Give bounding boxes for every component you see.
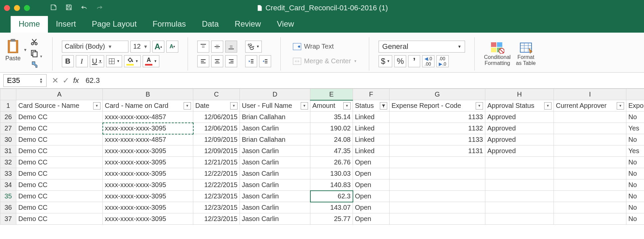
cell-F32[interactable]: Open [353, 157, 390, 168]
cell-B34[interactable]: xxxx-xxxx-xxxx-3095 [103, 179, 193, 191]
cell-G32[interactable] [390, 157, 485, 168]
tab-formulas[interactable]: Formulas [145, 15, 194, 33]
cell-E26[interactable]: 35.14 [310, 112, 353, 123]
cell-H34[interactable] [485, 179, 554, 191]
header-cell-G[interactable]: Expense Report - Code▼ [390, 100, 485, 112]
cell-E35[interactable]: 62.3 [310, 191, 353, 202]
cell-I31[interactable] [554, 145, 626, 157]
cell-H35[interactable] [485, 191, 554, 202]
row-header-35[interactable]: 35 [0, 191, 16, 202]
comma-button[interactable]: ’ [408, 55, 420, 67]
cell-J31[interactable]: Yes [626, 145, 644, 157]
cell-D30[interactable]: Brian Callahan [240, 134, 310, 145]
cell-D36[interactable]: Jason Carlin [240, 202, 310, 213]
cell-H26[interactable]: Approved [485, 112, 554, 123]
header-cell-E[interactable]: Amount▼ [310, 100, 353, 112]
align-center-button[interactable] [211, 55, 223, 67]
spreadsheet-grid[interactable]: ABCDEFGHIJ1Card Source - Name▼Card - Nam… [0, 89, 644, 225]
column-header-C[interactable]: C [193, 89, 240, 100]
cell-C31[interactable]: 12/09/2015 [193, 145, 240, 157]
cell-A34[interactable]: Demo CC [16, 179, 103, 191]
column-header-F[interactable]: F [353, 89, 390, 100]
column-header-H[interactable]: H [485, 89, 554, 100]
cell-A26[interactable]: Demo CC [16, 112, 103, 123]
cell-E32[interactable]: 26.76 [310, 157, 353, 168]
cell-J36[interactable]: No [626, 202, 644, 213]
row-header-34[interactable]: 34 [0, 179, 16, 191]
formula-input[interactable] [83, 74, 644, 87]
tab-page-layout[interactable]: Page Layout [84, 15, 145, 33]
paste-button[interactable]: Paste [5, 38, 21, 62]
header-cell-D[interactable]: User - Full Name▼ [240, 100, 310, 112]
filter-button-I[interactable]: ▼ [617, 102, 624, 110]
row-header-27[interactable]: 27 [0, 123, 16, 134]
row-header-26[interactable]: 26 [0, 112, 16, 123]
copy-icon[interactable]: ▼ [30, 49, 43, 59]
cell-I37[interactable] [554, 213, 626, 225]
tab-data[interactable]: Data [194, 15, 227, 33]
cell-B37[interactable]: xxxx-xxxx-xxxx-3095 [103, 213, 193, 225]
cell-D35[interactable]: Jason Carlin [240, 191, 310, 202]
cell-A37[interactable]: Demo CC [16, 213, 103, 225]
tab-review[interactable]: Review [227, 15, 269, 33]
cell-B30[interactable]: xxxx-xxxx-xxxx-4857 [103, 134, 193, 145]
cell-G26[interactable]: 1133 [390, 112, 485, 123]
cell-E34[interactable]: 140.83 [310, 179, 353, 191]
border-button[interactable]: ▼ [106, 55, 122, 67]
cell-A32[interactable]: Demo CC [16, 157, 103, 168]
cell-G31[interactable]: 1131 [390, 145, 485, 157]
undo-icon[interactable] [80, 4, 88, 12]
cell-A36[interactable]: Demo CC [16, 202, 103, 213]
conditional-formatting-button[interactable]: Conditional Formatting [484, 42, 511, 66]
cell-F36[interactable]: Open [353, 202, 390, 213]
font-size-combo[interactable]: 12▼ [130, 41, 150, 53]
increase-indent-button[interactable] [259, 55, 271, 67]
cell-B35[interactable]: xxxx-xxxx-xxxx-3095 [103, 191, 193, 202]
cell-H31[interactable]: Approved [485, 145, 554, 157]
cell-C37[interactable]: 12/23/2015 [193, 213, 240, 225]
column-header-J[interactable]: J [626, 89, 644, 100]
filter-button-H[interactable]: ▼ [544, 102, 552, 110]
cell-G30[interactable]: 1133 [390, 134, 485, 145]
tab-view[interactable]: View [269, 15, 302, 33]
cell-E33[interactable]: 130.03 [310, 168, 353, 179]
tab-home[interactable]: Home [11, 15, 48, 33]
cell-E36[interactable]: 143.07 [310, 202, 353, 213]
cell-F27[interactable]: Linked [353, 123, 390, 134]
cell-E30[interactable]: 24.08 [310, 134, 353, 145]
cell-F31[interactable]: Linked [353, 145, 390, 157]
cell-I32[interactable] [554, 157, 626, 168]
filter-button-F[interactable] [380, 102, 387, 110]
cell-F26[interactable]: Linked [353, 112, 390, 123]
row-header-33[interactable]: 33 [0, 168, 16, 179]
header-cell-C[interactable]: Date▼ [193, 100, 240, 112]
filter-button-C[interactable]: ▼ [230, 102, 238, 110]
header-cell-F[interactable]: Status [353, 100, 390, 112]
cell-D27[interactable]: Jason Carlin [240, 123, 310, 134]
align-middle-button[interactable] [211, 41, 223, 53]
column-header-B[interactable]: B [103, 89, 193, 100]
cell-I33[interactable] [554, 168, 626, 179]
cell-E37[interactable]: 25.77 [310, 213, 353, 225]
format-as-table-button[interactable]: Format as Table [516, 42, 536, 66]
cell-G36[interactable] [390, 202, 485, 213]
cell-C33[interactable]: 12/22/2015 [193, 168, 240, 179]
filter-button-G[interactable]: ▼ [476, 102, 483, 110]
cell-F34[interactable]: Open [353, 179, 390, 191]
cell-D37[interactable]: Jason Carlin [240, 213, 310, 225]
open-icon[interactable] [50, 4, 57, 12]
cell-F30[interactable]: Linked [353, 134, 390, 145]
cell-C30[interactable]: 12/09/2015 [193, 134, 240, 145]
italic-button[interactable]: I [76, 55, 88, 67]
cell-B31[interactable]: xxxx-xxxx-xxxx-3095 [103, 145, 193, 157]
decrease-indent-button[interactable] [245, 55, 257, 67]
cell-H37[interactable] [485, 213, 554, 225]
column-header-E[interactable]: E [310, 89, 353, 100]
cell-C34[interactable]: 12/22/2015 [193, 179, 240, 191]
decrease-decimal-button[interactable]: .00▶.0 [436, 55, 449, 67]
cell-I34[interactable] [554, 179, 626, 191]
wrap-text-button[interactable]: Wrap Text [290, 41, 360, 53]
cell-J30[interactable]: No [626, 134, 644, 145]
cell-D34[interactable]: Jason Carlin [240, 179, 310, 191]
merge-center-button[interactable]: Merge & Center ▼ [290, 55, 360, 67]
